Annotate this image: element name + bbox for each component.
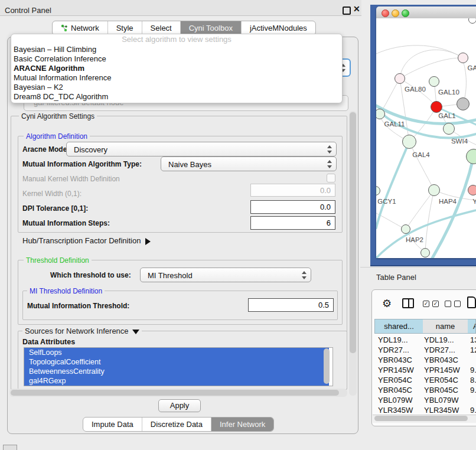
tab-cyni-toolbox[interactable]: Cyni Toolbox	[181, 21, 242, 35]
tab-impute-data[interactable]: Impute Data	[83, 418, 142, 431]
table-row[interactable]: YDR27...YDR27...12	[372, 345, 476, 356]
network-node-gal[interactable]	[458, 53, 468, 63]
deselect-all-columns-icon[interactable]	[454, 301, 461, 307]
table-cell: 13	[470, 335, 476, 344]
tab-select[interactable]: Select	[142, 21, 181, 35]
node-label: Y	[472, 198, 476, 205]
node-label: GCY1	[377, 198, 396, 205]
network-node[interactable]	[420, 248, 430, 257]
node-label: GAL11	[384, 120, 405, 128]
hub-definition-label: Hub/Transcription Factor Definition	[22, 236, 141, 245]
kernel-width-label: Kernel Width (0,1):	[22, 190, 81, 198]
table-cell: YBR043C	[424, 356, 467, 364]
network-node-gal80[interactable]	[395, 73, 405, 84]
node-label: SWI4	[451, 138, 468, 145]
disclosure-down-icon	[132, 330, 139, 334]
float-window-icon[interactable]	[343, 6, 351, 15]
table-cell: 9.	[470, 386, 476, 394]
split-view-icon[interactable]	[402, 298, 414, 308]
tab-style[interactable]: Style	[108, 21, 142, 35]
data-attribute-item[interactable]: BetweennessCentrality	[24, 367, 329, 376]
tab-discretize-data[interactable]: Discretize Data	[142, 418, 211, 431]
network-node[interactable]	[468, 18, 476, 24]
algorithm-option[interactable]: Bayesian – Hill Climbing	[14, 45, 96, 54]
column-header-partial[interactable]: A	[468, 319, 476, 334]
table-row[interactable]: YBR043CYBR043C	[372, 356, 476, 366]
network-node-gal4[interactable]	[402, 135, 416, 149]
network-node-hap2[interactable]	[401, 224, 410, 234]
algorithm-definition-title: Algorithm Definition	[24, 132, 90, 141]
minimize-traffic-light-icon[interactable]	[392, 9, 399, 17]
hub-definition-disclosure[interactable]: Hub/Transcription Factor Definition	[22, 236, 151, 245]
table-cell: YBL079W	[424, 396, 467, 405]
gear-icon[interactable]: ⚙	[382, 297, 392, 310]
sources-group-title[interactable]: Sources for Network Inference	[22, 327, 142, 335]
threshold-definition-title: Threshold Definition	[24, 256, 92, 265]
bottom-tab-bar: Impute DataDiscretize DataInfer Network	[83, 417, 274, 432]
network-node-y[interactable]	[468, 185, 476, 195]
tab-jactivemnodules[interactable]: jActiveMNodules	[242, 21, 315, 35]
data-attributes-list[interactable]: SelfLoopsTopologicalCoefficientBetweenne…	[24, 347, 333, 386]
tab-infer-network[interactable]: Infer Network	[211, 418, 273, 431]
mi-type-combo[interactable]: Naive Bayes	[161, 156, 337, 171]
settings-vscrollbar-thumb[interactable]	[350, 112, 356, 353]
zoom-traffic-light-icon[interactable]	[402, 9, 409, 17]
network-canvas[interactable]: GALGAL80GAL10GAL11GAL1SWI4GAL4GCY1HAP4YH…	[376, 18, 476, 258]
manual-kernel-checkbox[interactable]	[327, 174, 335, 182]
apply-button[interactable]: Apply	[158, 399, 201, 412]
table-cell: YDR27...	[378, 345, 420, 354]
table-cell: YBR043C	[378, 356, 420, 364]
algorithm-option[interactable]: Basic Correlation Inference	[14, 54, 106, 64]
network-node-gal10[interactable]	[429, 76, 439, 87]
select-all-columns-icon[interactable]: ✓	[423, 301, 429, 307]
algorithm-option[interactable]: ARACNE Algorithm	[14, 64, 84, 73]
table-row[interactable]: YER054CYER054C8.	[372, 376, 476, 386]
table-panel-title: Table Panel	[376, 273, 416, 282]
select-all-columns-icon[interactable]: ✓	[432, 301, 439, 307]
close-icon[interactable]: ✕	[353, 4, 360, 14]
manual-kernel-label: Manual Kernel Width Definition	[22, 175, 120, 183]
column-header-name[interactable]: name	[423, 319, 468, 334]
network-node[interactable]	[431, 101, 442, 113]
network-node-gal1[interactable]	[443, 123, 455, 135]
table-cell: YPR145W	[424, 366, 467, 374]
data-attribute-item[interactable]: TopologicalCoefficient	[24, 357, 329, 367]
table-row[interactable]: YPR145WYPR145W9.	[372, 366, 476, 376]
table-cell: 12	[470, 345, 476, 354]
table-cell: YER054C	[424, 376, 467, 384]
tab-label: Cyni Toolbox	[189, 24, 233, 32]
mi-threshold-label: Mutual Information Threshold:	[27, 302, 129, 310]
attr-list-scrollbar[interactable]	[324, 348, 330, 384]
close-traffic-light-icon[interactable]	[382, 9, 389, 17]
tab-label: Network	[71, 24, 99, 32]
algorithm-option[interactable]: Dream8 DC_TDC Algorithm	[14, 92, 108, 102]
table-panel-divider	[360, 267, 476, 268]
export-table-icon[interactable]	[467, 296, 476, 308]
collapsed-panel-icon[interactable]	[3, 445, 17, 450]
table-hscrollbar-thumb[interactable]	[374, 416, 468, 421]
data-attribute-item[interactable]: SelfLoops	[24, 348, 329, 357]
table-row[interactable]: YBL079WYBL079W	[372, 396, 476, 406]
mi-steps-field[interactable]: 6	[250, 216, 335, 230]
mi-threshold-field[interactable]: 0.5	[248, 298, 334, 312]
network-node[interactable]	[457, 97, 470, 110]
data-attribute-item[interactable]: gal4RGexp	[24, 376, 329, 386]
table-row[interactable]: YDL19...YDL19...13	[372, 335, 476, 345]
table-cell: YDL19...	[424, 335, 467, 344]
table-row[interactable]: YBR045CYBR045C9.	[372, 386, 476, 396]
algorithm-option[interactable]: Bayesian – K2	[14, 83, 63, 92]
tab-label: Style	[116, 24, 133, 32]
dpi-tolerance-field[interactable]: 0.0	[250, 200, 335, 214]
table-cell: 9.	[470, 406, 476, 415]
kernel-width-field[interactable]: 0.0	[250, 184, 335, 197]
column-header-shared[interactable]: shared...	[374, 319, 423, 334]
which-threshold-combo[interactable]: MI Threshold	[140, 268, 311, 282]
settings-hscrollbar-thumb[interactable]	[11, 390, 339, 396]
dpi-tolerance-label: DPI Tolerance [0,1]:	[22, 204, 88, 213]
deselect-all-columns-icon[interactable]	[445, 301, 451, 307]
network-node-hap4[interactable]	[428, 184, 440, 196]
algorithm-option[interactable]: Mutual Information Inference	[14, 73, 111, 83]
tab-network[interactable]: Network	[53, 21, 108, 35]
node-label: GAL	[467, 64, 476, 71]
aracne-mode-combo[interactable]: Discovery	[66, 142, 337, 156]
